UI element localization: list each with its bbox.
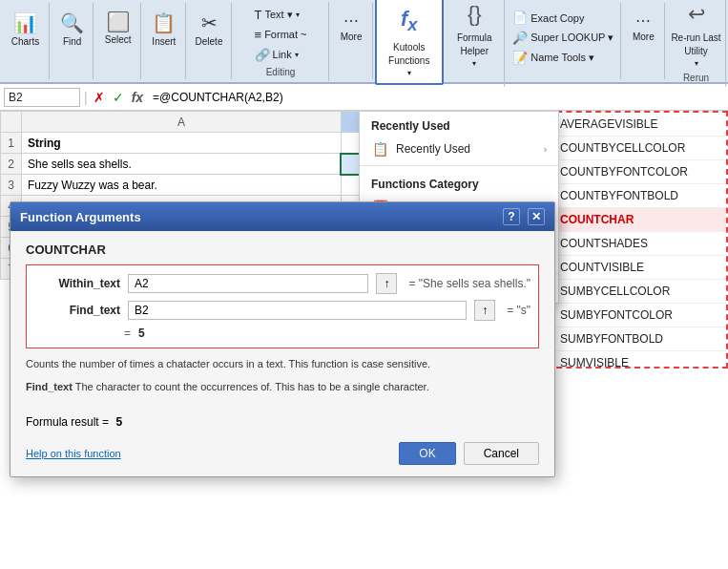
function-list-item-countchar[interactable]: COUNTCHAR bbox=[549, 208, 726, 232]
link-button[interactable]: 🔗 Link ▾ bbox=[251, 46, 302, 64]
ribbon-group-more-editing: ⋯ More bbox=[331, 3, 373, 79]
arg-expand-find-text[interactable]: ↑ bbox=[474, 300, 495, 321]
dialog-result-value: 5 bbox=[138, 327, 145, 340]
ribbon-group-select: ⬜ Select bbox=[95, 3, 141, 79]
formula-helper-button[interactable]: Formula Helper ▾ bbox=[453, 31, 496, 70]
arg-value-within-text: = "She sells sea shells." bbox=[408, 277, 530, 290]
kutools-functions-button[interactable]: Kutools Functions ▾ bbox=[385, 40, 433, 79]
function-list-panel: AVERAGEVISIBLECOUNTBYCELLCOLORCOUNTBYFON… bbox=[547, 111, 728, 369]
function-list-item-sumbycellcolor[interactable]: SUMBYCELLCOLOR bbox=[549, 280, 726, 304]
dialog-description: Counts the number of times a chatacter o… bbox=[26, 356, 539, 372]
dialog-arg-row-2: Find_text ↑ = "s" bbox=[34, 300, 530, 321]
fx-icon: fx bbox=[401, 7, 418, 35]
function-list-item-sumbyfontcolor[interactable]: SUMBYFONTCOLOR bbox=[549, 304, 726, 327]
super-lookup-icon: 🔎 bbox=[512, 31, 528, 45]
name-tools-icon: 📝 bbox=[512, 51, 528, 65]
dialog-titlebar: Function Arguments ? ✕ bbox=[10, 202, 554, 231]
insert-function-icon[interactable]: fx bbox=[130, 90, 145, 105]
row-num-header bbox=[1, 112, 22, 133]
find-button[interactable]: 🔍 Find bbox=[53, 9, 92, 50]
more-editing-icon: ⋯ bbox=[343, 11, 359, 30]
arg-label-within-text: Within_text bbox=[34, 277, 120, 290]
delete-icon: ✂ bbox=[201, 11, 218, 34]
arg-label-find-text: Find_text bbox=[34, 304, 120, 317]
ribbon-group-find: 🔍 Find bbox=[52, 3, 94, 79]
formula-result-value: 5 bbox=[115, 415, 122, 429]
charts-icon: 📊 bbox=[13, 11, 37, 34]
find-icon: 🔍 bbox=[60, 11, 84, 34]
function-list-item-sumvisible[interactable]: SUMVISIBLE bbox=[549, 351, 726, 369]
dialog-body: COUNTCHAR Within_text ↑ = "She sells sea… bbox=[10, 231, 554, 413]
dialog-result-label: = bbox=[124, 327, 131, 340]
select-icon: ⬜ bbox=[108, 11, 129, 32]
ribbon-group-more-kutools: ⋯ More bbox=[623, 3, 665, 79]
ribbon-group-delete: ✂ Delete bbox=[188, 3, 232, 79]
function-list-item-averagevisible[interactable]: AVERAGEVISIBLE bbox=[549, 113, 726, 137]
select-button[interactable]: ⬜ Select bbox=[99, 9, 137, 48]
dialog-cancel-button[interactable]: Cancel bbox=[464, 442, 539, 465]
arg-input-find-text[interactable] bbox=[128, 301, 467, 320]
insert-icon: 📋 bbox=[152, 11, 176, 34]
ribbon-group-tools: 📄 Exact Copy 🔎 Super LOOKUP ▾ 📝 Name Too… bbox=[507, 3, 621, 79]
function-arguments-dialog: Function Arguments ? ✕ COUNTCHAR Within_… bbox=[10, 201, 555, 477]
dialog-param-label: Find_text bbox=[26, 381, 73, 392]
formula-bar: | ✗ ✓ fx bbox=[0, 84, 728, 111]
rerun-icon: ↩ bbox=[688, 2, 705, 27]
dialog-help-link[interactable]: Help on this function bbox=[26, 448, 121, 459]
name-box[interactable] bbox=[4, 88, 80, 107]
function-list-item-countbyfontbold[interactable]: COUNTBYFONTBOLD bbox=[549, 184, 726, 208]
recently-used-icon: 📋 bbox=[371, 141, 388, 157]
exact-copy-button[interactable]: 📄 Exact Copy bbox=[509, 9, 617, 27]
ribbon-group-rerun: ↩ Re-run Last Utility ▾ Rerun bbox=[667, 0, 726, 87]
row-num-1: 1 bbox=[1, 133, 22, 154]
ribbon: 📊 Charts 🔍 Find ⬜ Select 📋 Insert bbox=[0, 0, 728, 84]
cell-a2[interactable]: She sells sea shells. bbox=[22, 154, 342, 175]
insert-button[interactable]: 📋 Insert bbox=[145, 9, 183, 50]
dialog-ok-button[interactable]: OK bbox=[399, 442, 455, 465]
dialog-footer: Help on this function OK Cancel bbox=[10, 434, 554, 476]
sheet-area: A B C 1 String Char Count 2 She sells se… bbox=[0, 111, 728, 569]
function-list-item-sumbyfontbold[interactable]: SUMBYFONTBOLD bbox=[549, 327, 726, 351]
ribbon-group-kutools-fn: fx Kutools Functions ▾ bbox=[375, 0, 444, 85]
dialog-controls: ? ✕ bbox=[503, 208, 545, 225]
dialog-buttons: OK Cancel bbox=[399, 442, 539, 465]
ribbon-group-formula-helper: {} Formula Helper ▾ bbox=[446, 0, 505, 87]
ribbon-group-insert: 📋 Insert bbox=[143, 3, 185, 79]
text-button[interactable]: T Text ▾ ▾ bbox=[251, 6, 303, 24]
link-icon: 🔗 bbox=[255, 48, 270, 62]
more-kutools-button[interactable]: ⋯ More bbox=[624, 9, 662, 45]
dialog-close-button[interactable]: ✕ bbox=[528, 208, 545, 225]
rerun-button[interactable]: Re-run Last Utility ▾ bbox=[667, 31, 724, 70]
function-list-item-countshades[interactable]: COUNTSHADES bbox=[549, 232, 726, 256]
cell-a1[interactable]: String bbox=[22, 133, 342, 154]
cancel-formula-icon[interactable]: ✗ bbox=[92, 90, 107, 105]
dialog-result-row: = 5 bbox=[34, 327, 530, 340]
formula-result-label: Formula result = bbox=[26, 415, 109, 429]
cell-a3[interactable]: Fuzzy Wuzzy was a bear. bbox=[22, 175, 342, 196]
recently-used-section-title: Recently Used bbox=[360, 112, 558, 137]
ribbon-group-editing: T Text ▾ ▾ ≡ Format ~ 🔗 Link ▾ Editing bbox=[234, 2, 329, 81]
confirm-formula-icon[interactable]: ✓ bbox=[111, 90, 126, 105]
text-icon: T bbox=[255, 8, 262, 22]
super-lookup-button[interactable]: 🔎 Super LOOKUP ▾ bbox=[509, 29, 617, 47]
functions-category-section-title: Functions Category bbox=[360, 170, 558, 195]
dialog-help-button[interactable]: ? bbox=[503, 208, 520, 225]
function-list-item-countbycellcolor[interactable]: COUNTBYCELLCOLOR bbox=[549, 137, 726, 160]
function-list-item-countvisible[interactable]: COUNTVISIBLE bbox=[549, 256, 726, 280]
name-tools-button[interactable]: 📝 Name Tools ▾ bbox=[509, 49, 617, 67]
row-num-2: 2 bbox=[1, 154, 22, 175]
arg-expand-within-text[interactable]: ↑ bbox=[376, 273, 397, 294]
delete-button[interactable]: ✂ Delete bbox=[190, 9, 228, 50]
recently-used-item[interactable]: 📋 Recently Used › bbox=[360, 137, 558, 161]
formula-input[interactable] bbox=[149, 89, 724, 106]
charts-button[interactable]: 📊 Charts bbox=[7, 9, 45, 50]
arg-input-within-text[interactable] bbox=[128, 274, 368, 293]
col-a-header[interactable]: A bbox=[22, 112, 342, 133]
arg-value-find-text: = "s" bbox=[507, 304, 530, 317]
function-list-item-countbyfontcolor[interactable]: COUNTBYFONTCOLOR bbox=[549, 160, 726, 184]
format-icon: ≡ bbox=[255, 28, 262, 42]
more-editing-button[interactable]: ⋯ More bbox=[332, 9, 370, 45]
dialog-args-section: Within_text ↑ = "She sells sea shells." … bbox=[26, 264, 539, 348]
format-button[interactable]: ≡ Format ~ bbox=[251, 26, 311, 44]
more-kutools-icon: ⋯ bbox=[635, 11, 651, 30]
